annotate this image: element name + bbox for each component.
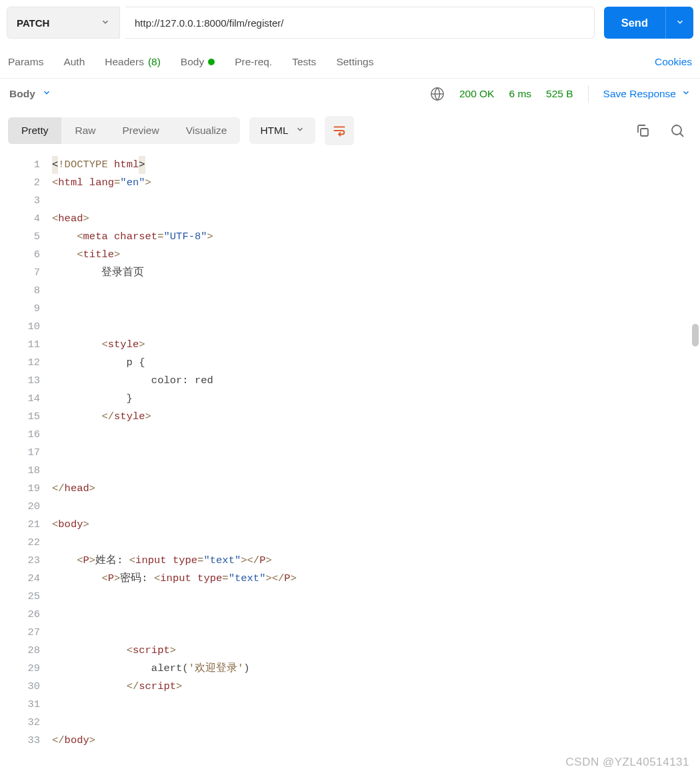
cookies-link[interactable]: Cookies bbox=[655, 56, 692, 68]
send-button-group: Send bbox=[604, 7, 693, 39]
method-label: PATCH bbox=[17, 17, 49, 29]
status-size: 525 B bbox=[546, 88, 573, 100]
send-dropdown-button[interactable] bbox=[665, 7, 693, 39]
view-tab-preview[interactable]: Preview bbox=[109, 117, 173, 144]
tab-body[interactable]: Body bbox=[181, 48, 215, 76]
status-time: 6 ms bbox=[509, 88, 531, 100]
view-tab-pretty[interactable]: Pretty bbox=[8, 117, 61, 144]
copy-icon[interactable] bbox=[635, 123, 651, 139]
svg-point-4 bbox=[672, 125, 681, 135]
tab-body-label: Body bbox=[181, 56, 204, 68]
tab-headers[interactable]: Headers (8) bbox=[105, 48, 161, 76]
language-select[interactable]: HTML bbox=[249, 117, 315, 144]
save-response-dropdown[interactable]: Save Response bbox=[603, 88, 691, 100]
response-status-row: Body 200 OK 6 ms 525 B Save Response bbox=[0, 79, 700, 109]
request-bar: PATCH Send bbox=[0, 0, 700, 45]
tab-prereq[interactable]: Pre-req. bbox=[235, 48, 272, 76]
view-tabs: Pretty Raw Preview Visualize bbox=[8, 117, 240, 144]
chevron-down-icon bbox=[101, 17, 110, 29]
response-code-area: 1234567891011121314151617181920212223242… bbox=[0, 152, 700, 767]
divider bbox=[588, 85, 589, 103]
status-code: 200 OK bbox=[459, 88, 495, 100]
response-body-label: Body bbox=[9, 88, 35, 100]
tab-params[interactable]: Params bbox=[8, 48, 43, 76]
code-lines[interactable]: <!DOCTYPE html><html lang="en"><head> <m… bbox=[52, 156, 700, 750]
response-body-dropdown[interactable]: Body bbox=[9, 88, 51, 100]
tab-headers-label: Headers bbox=[105, 56, 144, 68]
tab-auth[interactable]: Auth bbox=[63, 48, 85, 76]
toolbar-right bbox=[635, 123, 692, 139]
tab-settings[interactable]: Settings bbox=[336, 48, 373, 76]
request-tabs: Params Auth Headers (8) Body Pre-req. Te… bbox=[8, 48, 373, 76]
search-icon[interactable] bbox=[669, 123, 685, 139]
language-label: HTML bbox=[260, 125, 288, 137]
url-input[interactable] bbox=[125, 7, 595, 39]
globe-icon[interactable] bbox=[430, 87, 445, 101]
chevron-down-icon bbox=[295, 125, 305, 137]
svg-line-5 bbox=[680, 133, 683, 137]
status-right: 200 OK 6 ms 525 B Save Response bbox=[430, 85, 691, 103]
chevron-down-icon bbox=[42, 88, 51, 100]
body-indicator-dot bbox=[208, 59, 215, 65]
view-tab-raw[interactable]: Raw bbox=[61, 117, 109, 144]
view-tab-visualize[interactable]: Visualize bbox=[173, 117, 241, 144]
method-select[interactable]: PATCH bbox=[7, 7, 120, 39]
save-response-label: Save Response bbox=[603, 88, 676, 100]
request-tabs-row: Params Auth Headers (8) Body Pre-req. Te… bbox=[0, 45, 700, 79]
chevron-down-icon bbox=[681, 88, 691, 100]
tab-tests[interactable]: Tests bbox=[292, 48, 316, 76]
wrap-lines-button[interactable] bbox=[325, 116, 354, 145]
line-gutter: 1234567891011121314151617181920212223242… bbox=[0, 156, 52, 750]
scrollbar-thumb[interactable] bbox=[692, 324, 699, 347]
wrap-lines-icon bbox=[332, 123, 347, 138]
send-button[interactable]: Send bbox=[604, 7, 665, 39]
headers-count-badge: (8) bbox=[148, 56, 161, 68]
watermark: CSDN @YZL40514131 bbox=[566, 753, 689, 767]
chevron-down-icon bbox=[675, 17, 685, 29]
svg-rect-3 bbox=[641, 129, 648, 136]
response-toolbar: Pretty Raw Preview Visualize HTML bbox=[0, 109, 700, 152]
